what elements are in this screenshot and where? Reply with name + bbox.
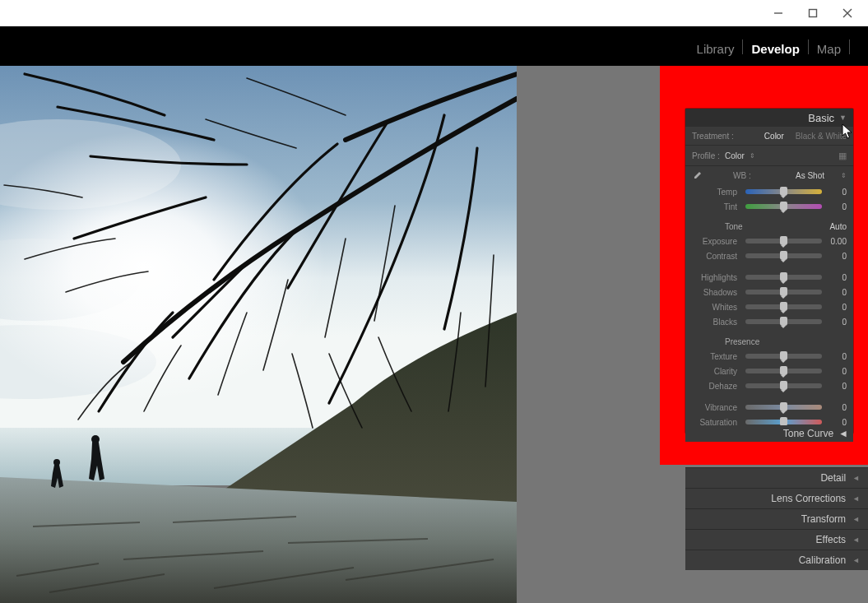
- dehaze-label: Dehaze: [692, 382, 742, 391]
- whites-slider-row: Whites 0: [685, 299, 853, 314]
- auto-button[interactable]: Auto: [829, 222, 847, 231]
- collapse-icon: ▼: [839, 114, 847, 122]
- tint-label: Tint: [692, 202, 742, 211]
- highlights-slider-row: Highlights 0: [685, 270, 853, 285]
- whites-label: Whites: [692, 303, 742, 312]
- exposure-value[interactable]: 0.00: [825, 237, 847, 246]
- texture-value[interactable]: 0: [825, 352, 847, 361]
- blacks-slider-row: Blacks 0: [685, 314, 853, 329]
- module-separator: [849, 39, 850, 54]
- shadows-value[interactable]: 0: [825, 288, 847, 297]
- detail-panel-header[interactable]: Detail◄: [685, 467, 868, 488]
- svg-rect-1: [810, 10, 817, 17]
- blacks-label: Blacks: [692, 318, 742, 327]
- svg-point-19: [53, 459, 60, 466]
- window-titlebar: [0, 0, 868, 26]
- temp-slider-row: Temp 0: [685, 184, 853, 199]
- contrast-slider-row: Contrast 0: [685, 248, 853, 263]
- texture-label: Texture: [692, 352, 742, 361]
- whites-slider[interactable]: [745, 304, 822, 309]
- profile-browser-icon[interactable]: ▦: [838, 151, 847, 161]
- tone-curve-panel-header[interactable]: Tone Curve ◄: [685, 425, 853, 442]
- clarity-label: Clarity: [692, 367, 742, 376]
- lens-corrections-panel-header[interactable]: Lens Corrections◄: [685, 488, 868, 508]
- transform-panel-header[interactable]: Transform◄: [685, 508, 868, 529]
- dehaze-slider[interactable]: [745, 383, 822, 388]
- vibrance-slider[interactable]: [745, 405, 822, 410]
- lens-label: Lens Corrections: [771, 493, 846, 504]
- wb-popup-icon: ⇕: [841, 172, 847, 179]
- shadows-label: Shadows: [692, 288, 742, 297]
- module-map[interactable]: Map: [809, 42, 849, 66]
- white-balance-row: WB : As Shot ⇕: [685, 166, 853, 184]
- module-develop[interactable]: Develop: [743, 42, 807, 66]
- tint-slider-row: Tint 0: [685, 199, 853, 214]
- contrast-label: Contrast: [692, 252, 742, 261]
- blacks-slider[interactable]: [745, 319, 822, 324]
- saturation-slider[interactable]: [745, 420, 822, 424]
- treatment-color[interactable]: Color: [764, 132, 784, 141]
- basic-panel: Basic ▼ Treatment : Color Black & White …: [685, 109, 853, 434]
- detail-label: Detail: [820, 472, 846, 484]
- texture-slider[interactable]: [745, 354, 822, 359]
- expand-icon: ◄: [852, 474, 860, 482]
- shadows-slider[interactable]: [745, 290, 822, 295]
- tone-section: Tone Auto: [685, 219, 853, 234]
- treatment-row: Treatment : Color Black & White: [685, 127, 853, 146]
- maximize-icon[interactable]: [807, 7, 819, 19]
- exposure-slider[interactable]: [745, 239, 822, 244]
- wb-value[interactable]: As Shot: [796, 171, 824, 180]
- right-panel-list: Detail◄ Lens Corrections◄ Transform◄ Eff…: [685, 467, 868, 570]
- effects-panel-header[interactable]: Effects◄: [685, 529, 868, 550]
- vibrance-label: Vibrance: [692, 403, 742, 412]
- tint-value[interactable]: 0: [825, 202, 847, 211]
- dehaze-slider-row: Dehaze 0: [685, 378, 853, 393]
- profile-value: Color: [725, 151, 745, 160]
- highlight-annotation: Basic ▼ Treatment : Color Black & White …: [660, 66, 868, 465]
- profile-row[interactable]: Profile : Color ⇕ ▦: [685, 146, 853, 166]
- basic-panel-header[interactable]: Basic ▼: [685, 109, 853, 127]
- tone-section-label: Tone: [725, 222, 743, 231]
- eyedropper-icon[interactable]: [692, 171, 700, 179]
- clarity-value[interactable]: 0: [825, 367, 847, 376]
- module-bar: Library Develop Map: [0, 26, 868, 66]
- temp-value[interactable]: 0: [825, 188, 847, 197]
- contrast-value[interactable]: 0: [825, 252, 847, 261]
- treatment-bw[interactable]: Black & White: [796, 132, 847, 141]
- close-icon[interactable]: [842, 7, 853, 19]
- expand-icon: ◄: [838, 428, 848, 439]
- contrast-slider[interactable]: [745, 253, 822, 258]
- clarity-slider[interactable]: [745, 369, 822, 373]
- svg-point-18: [91, 435, 100, 443]
- highlights-label: Highlights: [692, 273, 742, 282]
- temp-slider[interactable]: [745, 189, 822, 194]
- shadows-slider-row: Shadows 0: [685, 285, 853, 299]
- tone-curve-label: Tone Curve: [783, 428, 833, 439]
- temp-label: Temp: [692, 188, 742, 197]
- tint-slider[interactable]: [745, 204, 822, 209]
- vibrance-value[interactable]: 0: [825, 403, 847, 412]
- module-library[interactable]: Library: [689, 42, 743, 66]
- blacks-value[interactable]: 0: [825, 318, 847, 327]
- basic-panel-title: Basic: [808, 112, 834, 124]
- exposure-label: Exposure: [692, 237, 742, 246]
- highlights-value[interactable]: 0: [825, 273, 847, 282]
- highlights-slider[interactable]: [745, 275, 822, 280]
- photo-canvas[interactable]: [0, 66, 517, 603]
- treatment-label: Treatment :: [692, 132, 734, 141]
- expand-icon: ◄: [852, 536, 860, 544]
- develop-workspace: Basic ▼ Treatment : Color Black & White …: [0, 66, 868, 603]
- expand-icon: ◄: [852, 494, 860, 503]
- presence-section: Presence: [685, 334, 853, 349]
- expand-icon: ◄: [852, 556, 860, 564]
- texture-slider-row: Texture 0: [685, 349, 853, 364]
- whites-value[interactable]: 0: [825, 303, 847, 312]
- profile-popup-icon: ⇕: [750, 152, 755, 160]
- presence-section-label: Presence: [725, 337, 759, 346]
- calibration-panel-header[interactable]: Calibration◄: [685, 550, 868, 570]
- dehaze-value[interactable]: 0: [825, 382, 847, 391]
- clarity-slider-row: Clarity 0: [685, 364, 853, 378]
- minimize-icon[interactable]: [773, 7, 784, 19]
- wb-label: WB :: [733, 171, 751, 180]
- profile-label: Profile :: [692, 151, 720, 160]
